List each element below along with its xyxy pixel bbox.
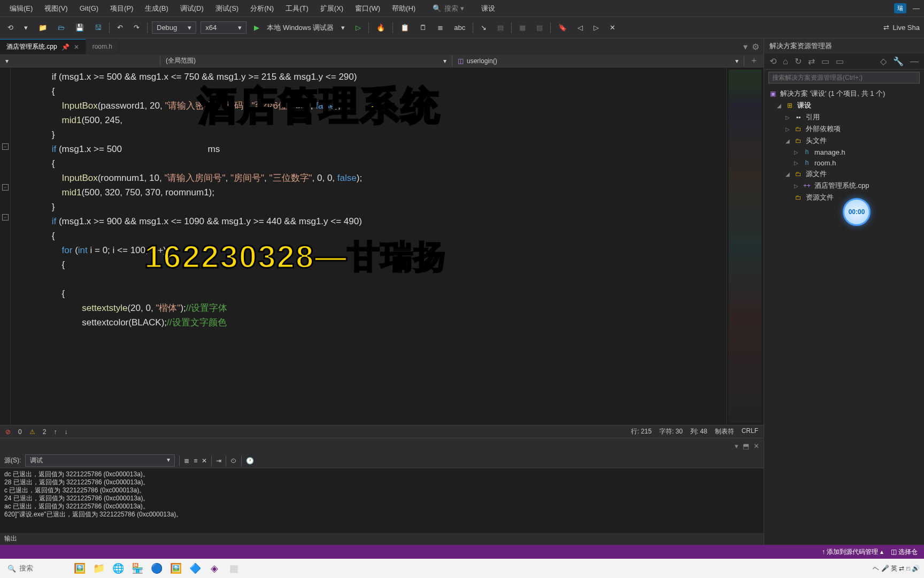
- status-crlf[interactable]: CRLF: [742, 427, 758, 436]
- output-close-icon[interactable]: ✕: [753, 442, 759, 450]
- play-nodecorate-icon[interactable]: ▷: [352, 21, 364, 34]
- save-all-icon[interactable]: 🖫: [91, 21, 105, 34]
- solution-search-input[interactable]: [768, 72, 920, 83]
- tb-icon-7[interactable]: ▤: [494, 21, 507, 34]
- fold-marker[interactable]: −: [2, 214, 9, 220]
- system-tray[interactable]: ヘ 🎤 英 ⇄ ⏍ 🔊: [873, 564, 920, 573]
- tb-icon-10[interactable]: 🔖: [555, 21, 570, 34]
- tree-external[interactable]: ▷🗀外部依赖项: [764, 123, 924, 135]
- tree-file-manage[interactable]: ▷hmanage.h: [764, 147, 924, 157]
- user-badge[interactable]: 瑞: [894, 3, 906, 13]
- close-icon[interactable]: ✕: [74, 43, 79, 51]
- tb-icon-5[interactable]: abc: [451, 21, 468, 34]
- output-tb-icon[interactable]: ⏲: [230, 457, 237, 465]
- menu-search[interactable]: 🔍 搜索 ▾: [433, 4, 464, 13]
- output-dropdown-icon[interactable]: ▾: [735, 442, 738, 450]
- scope-global[interactable]: (全局范围)▾: [160, 55, 452, 66]
- liveshare-icon[interactable]: ⇄: [883, 24, 889, 32]
- status-char[interactable]: 字符: 30: [659, 427, 683, 436]
- tb-icon-4[interactable]: ≣: [434, 21, 446, 34]
- sp-icon[interactable]: ▭: [819, 55, 831, 67]
- taskbar-photos-icon[interactable]: 🖼️: [168, 560, 184, 576]
- output-tb-icon[interactable]: 🕐: [246, 457, 254, 465]
- menu-window[interactable]: 窗口(W): [350, 2, 386, 16]
- status-line-num[interactable]: 行: 215: [631, 427, 652, 436]
- new-file-icon[interactable]: 📁: [35, 21, 50, 34]
- tab-dropdown-icon[interactable]: ▾: [743, 42, 748, 52]
- taskbar-app2-icon[interactable]: ▦: [226, 560, 242, 576]
- tree-headers[interactable]: ◢🗀头文件: [764, 135, 924, 147]
- liveshare-label[interactable]: Live Sha: [892, 24, 920, 32]
- tb-icon-13[interactable]: ✕: [606, 21, 619, 34]
- expand-icon[interactable]: ◢: [777, 103, 782, 109]
- tree-refs[interactable]: ▷▪▪引用: [764, 111, 924, 123]
- sp-sync-icon[interactable]: ↻: [792, 55, 804, 67]
- taskbar-vs-icon[interactable]: ◈: [206, 560, 222, 576]
- platform-dropdown[interactable]: x64▾: [201, 21, 247, 34]
- undo-icon[interactable]: ↶: [114, 21, 126, 34]
- fold-gutter[interactable]: − − −: [0, 67, 11, 425]
- tb-icon-11[interactable]: ◁: [574, 21, 586, 34]
- menu-view[interactable]: 视图(V): [39, 2, 73, 16]
- tree-file-cpp[interactable]: ▷++酒店管理系统.cpp: [764, 180, 924, 192]
- tb-icon-8[interactable]: ▦: [516, 21, 529, 34]
- tree-resources[interactable]: 🗀资源文件: [764, 192, 924, 203]
- expand-icon[interactable]: ▷: [786, 115, 791, 120]
- sp-wrench-icon[interactable]: 🔧: [891, 55, 906, 67]
- menu-project[interactable]: 项目(P): [105, 2, 138, 16]
- output-tb-icon[interactable]: ≡: [194, 457, 197, 465]
- tb-icon-2[interactable]: 📋: [397, 21, 412, 34]
- output-source-dropdown[interactable]: 调试▾: [25, 454, 175, 467]
- menu-tools[interactable]: 工具(T): [280, 2, 314, 16]
- status-tabs[interactable]: 制表符: [715, 427, 734, 436]
- add-icon[interactable]: ＋: [744, 55, 764, 66]
- function-dropdown[interactable]: ◫userlogin()▾: [452, 56, 744, 66]
- tree-sources[interactable]: ◢🗀源文件: [764, 168, 924, 180]
- menu-help[interactable]: 帮助(H): [387, 2, 421, 16]
- taskbar-explorer-icon[interactable]: 📁: [91, 560, 107, 576]
- tb-icon-3[interactable]: 🗒: [417, 21, 430, 34]
- sp-home-icon[interactable]: ⌂: [781, 56, 790, 67]
- fold-marker[interactable]: −: [2, 184, 9, 191]
- sp-icon[interactable]: ⇄: [806, 55, 817, 67]
- menu-test[interactable]: 测试(S): [210, 2, 244, 16]
- nav-back-icon[interactable]: ⟲: [4, 21, 17, 34]
- output-tb-icon[interactable]: ✕: [202, 457, 207, 465]
- add-source-control[interactable]: ↑ 添加到源代码管理 ▴: [822, 547, 883, 557]
- nav-up-icon[interactable]: ↑: [53, 428, 57, 436]
- status-col[interactable]: 列: 48: [690, 427, 707, 436]
- output-tb-icon[interactable]: ⇥: [216, 457, 221, 465]
- tab-gear-icon[interactable]: ⚙: [752, 42, 759, 52]
- expand-icon[interactable]: ▷: [794, 183, 799, 189]
- redo-icon[interactable]: ↷: [130, 21, 143, 34]
- nav-down-icon[interactable]: ↓: [64, 428, 67, 436]
- error-icon[interactable]: ⊘: [5, 428, 11, 436]
- code-editor[interactable]: if (msg1.x >= 500 && msg1.x <= 750 && ms…: [11, 67, 726, 425]
- expand-icon[interactable]: ◢: [786, 171, 791, 177]
- taskbar-mail-icon[interactable]: 🔵: [149, 560, 165, 576]
- taskbar-edge-icon[interactable]: 🌐: [110, 560, 126, 576]
- taskbar-app-icon[interactable]: 🖼️: [72, 560, 88, 576]
- fold-marker[interactable]: −: [2, 143, 9, 150]
- scope-dropdown[interactable]: ▾: [0, 56, 160, 66]
- menu-debug[interactable]: 调试(D): [175, 2, 209, 16]
- output-tb-icon[interactable]: ≣: [184, 457, 189, 465]
- tree-file-room[interactable]: ▷hroom.h: [764, 157, 924, 168]
- tb-icon-6[interactable]: ↘: [478, 21, 490, 34]
- output-pin-icon[interactable]: ⬒: [743, 442, 749, 450]
- tree-project[interactable]: ◢⊞课设: [764, 100, 924, 111]
- minimap[interactable]: [726, 67, 764, 425]
- menu-git[interactable]: Git(G): [74, 2, 104, 14]
- save-icon[interactable]: 💾: [72, 21, 87, 34]
- tab-inactive[interactable]: room.h: [86, 40, 119, 53]
- tab-active[interactable]: 酒店管理系统.cpp 📌 ✕: [0, 39, 86, 54]
- dropdown-icon[interactable]: ▾: [338, 21, 348, 34]
- debugger-label[interactable]: 本地 Windows 调试器: [267, 23, 334, 33]
- tree-solution[interactable]: ▣解决方案 '课设' (1 个项目, 共 1 个): [764, 88, 924, 100]
- expand-icon[interactable]: ▷: [794, 160, 799, 166]
- taskbar-store-icon[interactable]: 🏪: [129, 560, 145, 576]
- taskbar-search[interactable]: 🔍 搜索: [4, 560, 68, 576]
- output-footer-label[interactable]: 输出: [0, 533, 764, 545]
- sp-icon[interactable]: —: [908, 56, 921, 67]
- play-icon[interactable]: ▶: [251, 21, 263, 34]
